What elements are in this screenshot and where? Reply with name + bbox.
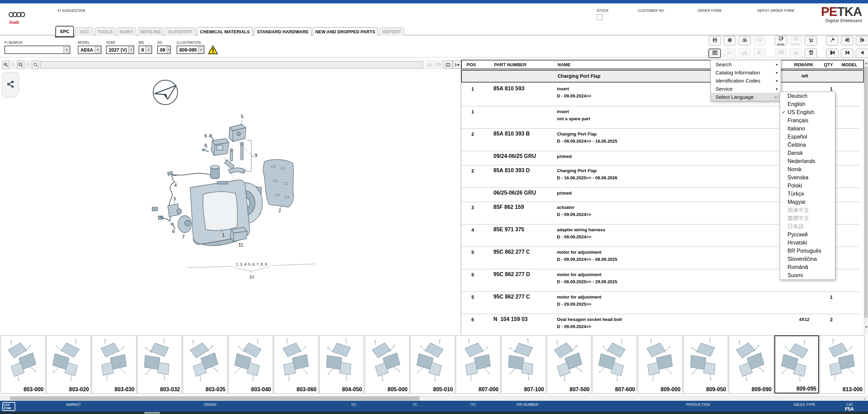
warning-icon[interactable] [208, 45, 218, 56]
thumbnail-803-060[interactable]: 803-060 [274, 335, 319, 394]
table-row[interactable]: 595C 862 277 Cmotor for adjustmentD - 29… [461, 291, 860, 314]
tab-report[interactable]: REPORT [379, 27, 404, 36]
cart-full-button[interactable] [804, 49, 817, 58]
cart-button[interactable] [804, 36, 817, 46]
year-combo[interactable]: 2027 (V)▼ [106, 46, 134, 54]
thumbnail-803-040[interactable]: 803-040 [228, 335, 273, 394]
callout-11[interactable]: 11 [238, 242, 243, 248]
callout-4[interactable]: 4 [174, 182, 177, 188]
nav-back-button[interactable] [856, 49, 868, 58]
language-item-svenska[interactable]: Svenska [780, 174, 835, 182]
chevron-down-icon[interactable]: ▼ [167, 46, 170, 53]
binoculars-button[interactable] [738, 36, 751, 46]
thumbnail-803-020[interactable]: 803-020 [46, 335, 91, 394]
stock-checkbox[interactable] [597, 14, 602, 20]
chevron-down-icon[interactable]: ▼ [64, 46, 70, 53]
tab-new-and-dropped-parts[interactable]: NEW AND DROPPED PARTS [313, 27, 378, 36]
thumbnail-809-050[interactable]: 809-050 [683, 335, 728, 394]
elsa-button[interactable]: ELSA [775, 36, 787, 46]
language-item-us-english[interactable]: ✓US English [780, 108, 835, 116]
language-item-dansk[interactable]: Dansk [780, 149, 835, 157]
menu-item-search[interactable]: Search▸ [711, 60, 781, 68]
thumbnail-805-000[interactable]: 805-000 [365, 335, 410, 394]
thumbnail-809-090[interactable]: 809-090 [729, 335, 774, 394]
language-item-italiano[interactable]: Italiano [780, 125, 835, 133]
thumbnail-803-000[interactable]: 803-000 [1, 335, 46, 394]
chevron-down-icon[interactable]: ▼ [95, 46, 101, 53]
callout-6[interactable]: 6 [204, 133, 207, 139]
page-prev-button[interactable] [841, 36, 853, 46]
tab-epc[interactable]: EPC [55, 26, 74, 37]
chevron-down-icon[interactable]: ▼ [145, 46, 151, 53]
fi_search-combo[interactable]: ▼ [4, 46, 70, 54]
thumbnail-805-010[interactable]: 805-010 [410, 335, 455, 394]
illustration-panel[interactable]: 566924317811 1,3,4,5,6,7,8,9 10 [0, 58, 460, 335]
tab-infoline[interactable]: INFOLINE [138, 27, 163, 36]
illustration-combo[interactable]: 809-095▼ [177, 46, 204, 54]
thumbnail-809-000[interactable]: 809-000 [638, 335, 683, 394]
table-scrollbar-thumb[interactable] [864, 67, 868, 318]
language-item-rom-n-[interactable]: Română [780, 263, 835, 271]
menu-item-identification-codes[interactable]: Identification Codes▸ [711, 76, 781, 85]
callout-8[interactable]: 8 [172, 229, 175, 234]
menu-item-catalog-information[interactable]: Catalog Information▸ [711, 68, 781, 76]
tab-tools[interactable]: TOOLS [95, 27, 115, 36]
nav-prev-button[interactable] [841, 49, 853, 58]
thumbnail-803-032[interactable]: 803-032 [137, 335, 182, 394]
chevron-down-icon[interactable]: ▼ [198, 46, 204, 53]
scroll-up-icon[interactable] [864, 60, 868, 66]
language-item-suomi[interactable]: Suomi [780, 271, 835, 280]
language-item-nederlands[interactable]: Nederlands [780, 157, 835, 165]
language-item-norsk[interactable]: Norsk [780, 165, 835, 174]
callout-1[interactable]: 1 [222, 232, 225, 238]
language-item--e-tina[interactable]: Čeština [780, 141, 835, 149]
callout-6[interactable]: 6 [204, 143, 207, 148]
language-item-deutsch[interactable]: Deutsch [780, 92, 835, 100]
tab-acc[interactable]: ACC [75, 27, 93, 36]
tab-nora[interactable]: NORA [117, 27, 136, 36]
language-item-magyar[interactable]: Magyar [780, 198, 835, 206]
printer-button[interactable] [708, 36, 721, 46]
language-item-t-rk-e[interactable]: Türkçe [780, 190, 835, 198]
menu-item-service[interactable]: Service▸ [711, 85, 781, 93]
thumbnail-809-095[interactable]: 809-095 [774, 335, 819, 394]
list-button[interactable] [708, 49, 721, 58]
sg-combo[interactable]: 09▼ [157, 46, 171, 54]
scroll-down-icon[interactable] [864, 324, 868, 330]
menu-item-select-language[interactable]: Select Language▷ [711, 93, 781, 101]
thumbnail-813-000[interactable]: 813-000 [820, 335, 865, 394]
callout-3[interactable]: 3 [173, 196, 176, 201]
pin-button[interactable] [826, 36, 838, 46]
thumbnail-804-050[interactable]: 804-050 [319, 335, 364, 394]
callout-5[interactable]: 5 [241, 114, 243, 119]
wheel-button[interactable] [723, 36, 736, 46]
thumb-scroll-right-icon[interactable]: › [862, 396, 868, 401]
language-item--[interactable]: Русский [780, 231, 835, 239]
nav-first-button[interactable] [826, 49, 838, 58]
tab-chemical-materials[interactable]: CHEMICAL MATERIALS [197, 27, 253, 36]
language-item-fran-ais[interactable]: Français [780, 116, 835, 125]
language-item-espa-ol[interactable]: Español [780, 133, 835, 141]
model-combo[interactable]: AE6A▼ [78, 46, 102, 54]
thumbnail-807-100[interactable]: 807-100 [501, 335, 546, 394]
mg-combo[interactable]: 8▼ [139, 46, 152, 54]
language-item-sloven-ina[interactable]: Slovenščina [780, 255, 835, 263]
language-item-polski[interactable]: Polski [780, 182, 835, 190]
thumbnail-803-030[interactable]: 803-030 [92, 335, 137, 394]
callout-9[interactable]: 9 [255, 152, 257, 158]
thumbnail-scrollbar-thumb[interactable] [10, 396, 419, 400]
page-next-button[interactable] [856, 36, 868, 46]
language-item-br-portugu-s[interactable]: BR Português [780, 247, 835, 255]
table-row[interactable]: 6N 104 159 03Oval hexagon socket head bo… [461, 314, 860, 337]
thumbnail-807-000[interactable]: 807-000 [456, 335, 501, 394]
thumbnail-807-600[interactable]: 807-600 [592, 335, 637, 394]
thumbnail-807-500[interactable]: 807-500 [547, 335, 592, 394]
callout-7[interactable]: 7 [182, 234, 185, 240]
group-header-row[interactable]: Charging Port Flap left [461, 70, 864, 83]
chevron-down-icon[interactable]: ▼ [128, 46, 133, 53]
tab-standard-hardware[interactable]: STANDARD HARDWARE [254, 27, 311, 36]
language-item-hrvatski[interactable]: Hrvatski [780, 239, 835, 247]
thumbnail-803-035[interactable]: 803-035 [183, 335, 228, 394]
language-item-english[interactable]: English [780, 100, 835, 108]
tab-autopart[interactable]: AUTOPART [164, 27, 196, 36]
